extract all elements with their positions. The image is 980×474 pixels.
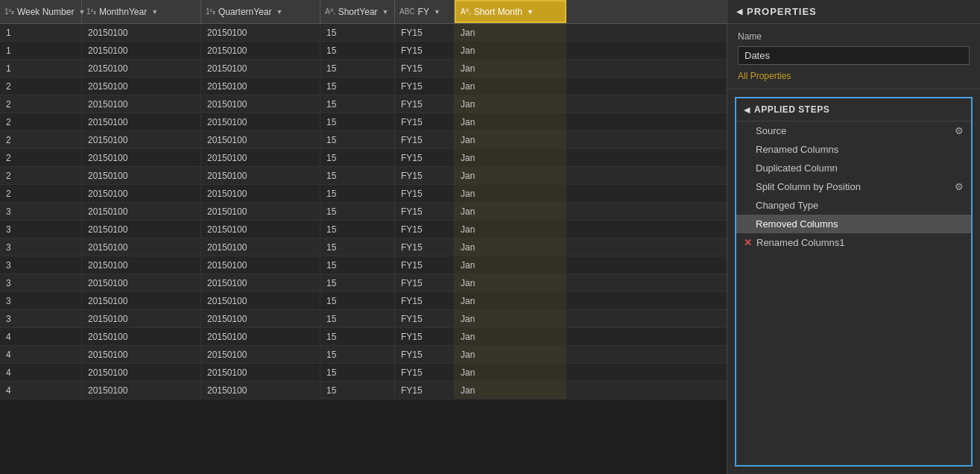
cell-monthyear: 20150100 [82, 24, 201, 41]
table-row[interactable]: 3201501002015010015FY15Jan [0, 221, 727, 238]
dropdown-arrow-shortyear[interactable]: ▼ [382, 8, 389, 16]
col-header-shortmonth[interactable]: Aᴮ꜀ Short Month ▼ [455, 0, 566, 23]
cell-weeknum: 3 [0, 238, 82, 256]
table-row[interactable]: 4201501002015010015FY15Jan [0, 364, 727, 382]
cell-weeknum: 1 [0, 42, 82, 59]
cell-shortmonth: Jan [455, 256, 566, 274]
cell-fy: FY15 [395, 60, 455, 77]
col-header-quarteryear[interactable]: 1²₃ QuarternYear ▼ [201, 0, 320, 23]
table-row[interactable]: 2201501002015010015FY15Jan [0, 167, 727, 185]
dropdown-arrow-shortmonth[interactable]: ▼ [527, 8, 534, 16]
step-item-duplicated-column[interactable]: Duplicated Column [736, 159, 971, 177]
type-icon-shortyear: Aᴮ꜀ [325, 7, 335, 16]
dropdown-arrow-fy[interactable]: ▼ [434, 8, 440, 16]
table-row[interactable]: 3201501002015010015FY15Jan [0, 256, 727, 274]
col-header-fy[interactable]: ABC FY ▼ [395, 0, 455, 23]
cell-shortyear: 15 [320, 238, 395, 256]
cell-weeknum: 2 [0, 78, 82, 95]
cell-monthyear: 20150100 [82, 185, 201, 202]
cell-monthyear: 20150100 [82, 113, 201, 130]
table-row[interactable]: 1201501002015010015FY15Jan [0, 60, 727, 78]
table-row[interactable]: 3201501002015010015FY15Jan [0, 292, 727, 310]
cell-fy: FY15 [395, 292, 455, 309]
cell-weeknum: 3 [0, 310, 82, 327]
col-header-weeknum[interactable]: 1²₃ Week Number ▼ [0, 0, 82, 23]
cell-shortyear: 15 [320, 149, 395, 166]
cell-weeknum: 1 [0, 24, 82, 41]
cell-weeknum: 4 [0, 328, 82, 345]
cell-shortmonth: Jan [455, 78, 566, 95]
cell-quarteryear: 20150100 [201, 238, 320, 256]
table-row[interactable]: 3201501002015010015FY15Jan [0, 274, 727, 292]
cell-quarteryear: 20150100 [201, 149, 320, 166]
type-icon-fy: ABC [399, 7, 415, 16]
step-item-removed-columns[interactable]: Removed Columns [736, 215, 971, 233]
cell-fy: FY15 [395, 382, 455, 399]
collapse-arrow-icon: ◀ [736, 7, 742, 16]
dropdown-arrow-quarteryear[interactable]: ▼ [276, 8, 283, 16]
cell-shortmonth: Jan [455, 185, 566, 202]
table-body[interactable]: 1201501002015010015FY15Jan12015010020150… [0, 24, 727, 474]
table-row[interactable]: 2201501002015010015FY15Jan [0, 113, 727, 131]
step-item-renamed-columns[interactable]: Renamed Columns [736, 140, 971, 159]
cell-shortyear: 15 [320, 42, 395, 59]
step-item-renamed-columns1[interactable]: ✕Renamed Columns1 [736, 233, 971, 252]
cell-weeknum: 3 [0, 292, 82, 309]
step-item-changed-type[interactable]: Changed Type [736, 196, 971, 215]
cell-shortmonth: Jan [455, 95, 566, 113]
cell-weeknum: 3 [0, 221, 82, 238]
properties-title: PROPERTIES [747, 6, 817, 17]
cell-fy: FY15 [395, 238, 455, 256]
gear-icon-source[interactable]: ⚙ [955, 125, 964, 136]
table-row[interactable]: 3201501002015010015FY15Jan [0, 238, 727, 256]
cell-monthyear: 20150100 [82, 167, 201, 184]
table-row[interactable]: 2201501002015010015FY15Jan [0, 149, 727, 167]
cell-shortmonth: Jan [455, 310, 566, 327]
table-row[interactable]: 3201501002015010015FY15Jan [0, 203, 727, 221]
cell-fy: FY15 [395, 78, 455, 95]
cell-quarteryear: 20150100 [201, 60, 320, 77]
cell-weeknum: 4 [0, 382, 82, 399]
step-label-changed-type: Changed Type [756, 200, 818, 211]
step-label-source: Source [756, 125, 786, 136]
name-label: Name [738, 31, 970, 42]
step-item-split-column-by-position[interactable]: Split Column by Position⚙ [736, 177, 971, 196]
table-row[interactable]: 4201501002015010015FY15Jan [0, 346, 727, 364]
cell-shortmonth: Jan [455, 382, 566, 399]
cell-quarteryear: 20150100 [201, 346, 320, 363]
table-row[interactable]: 2201501002015010015FY15Jan [0, 78, 727, 95]
cell-monthyear: 20150100 [82, 328, 201, 345]
table-row[interactable]: 4201501002015010015FY15Jan [0, 382, 727, 399]
col-header-shortyear[interactable]: Aᴮ꜀ ShortYear ▼ [320, 0, 395, 23]
cell-quarteryear: 20150100 [201, 310, 320, 327]
cell-quarteryear: 20150100 [201, 292, 320, 309]
cell-fy: FY15 [395, 274, 455, 291]
table-row[interactable]: 2201501002015010015FY15Jan [0, 95, 727, 113]
dropdown-arrow-monthyear[interactable]: ▼ [151, 8, 158, 16]
cell-quarteryear: 20150100 [201, 256, 320, 274]
table-row[interactable]: 3201501002015010015FY15Jan [0, 310, 727, 328]
table-row[interactable]: 2201501002015010015FY15Jan [0, 131, 727, 149]
cell-monthyear: 20150100 [82, 149, 201, 166]
cell-monthyear: 20150100 [82, 274, 201, 291]
table-row[interactable]: 2201501002015010015FY15Jan [0, 185, 727, 203]
cell-weeknum: 2 [0, 95, 82, 113]
name-input[interactable] [738, 46, 970, 65]
all-properties-link[interactable]: All Properties [738, 71, 970, 81]
cell-fy: FY15 [395, 95, 455, 113]
table-row[interactable]: 4201501002015010015FY15Jan [0, 328, 727, 346]
table-row[interactable]: 1201501002015010015FY15Jan [0, 24, 727, 42]
applied-steps-title: APPLIED STEPS [754, 104, 829, 115]
gear-icon-split-column-by-position[interactable]: ⚙ [955, 181, 964, 192]
step-item-source[interactable]: Source⚙ [736, 121, 971, 140]
cell-fy: FY15 [395, 42, 455, 59]
step-label-renamed-columns: Renamed Columns [756, 144, 838, 155]
col-header-monthyear[interactable]: 1²₃ MonthnYear ▼ [82, 0, 201, 23]
step-label-split-column-by-position: Split Column by Position [756, 181, 861, 192]
cell-shortmonth: Jan [455, 221, 566, 238]
cell-shortmonth: Jan [455, 42, 566, 59]
cell-shortmonth: Jan [455, 346, 566, 363]
cell-monthyear: 20150100 [82, 131, 201, 148]
table-row[interactable]: 1201501002015010015FY15Jan [0, 42, 727, 60]
cell-monthyear: 20150100 [82, 310, 201, 327]
